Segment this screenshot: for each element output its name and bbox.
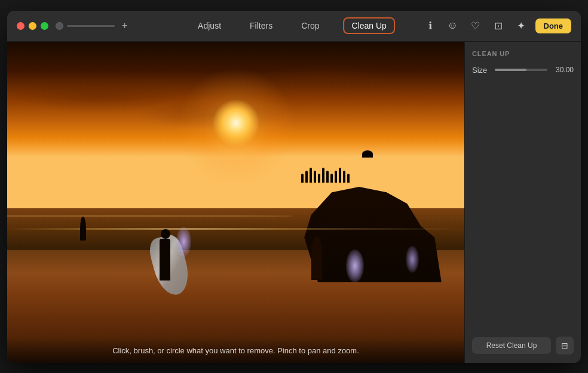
minimize-button[interactable] [29,22,36,30]
cliff-person-10 [339,168,341,183]
man-body [311,244,322,280]
panel-spacer [472,82,574,337]
wave-highlight [7,228,464,230]
sun [212,99,260,147]
cliff-person-7 [326,171,329,183]
size-control: Size 30.00 [472,66,574,75]
size-value: 30.00 [552,66,574,74]
main-content: Click, brush, or circle what you want to… [7,42,581,363]
heart-icon[interactable]: ♡ [467,17,484,34]
cliff-person-6 [322,168,324,183]
zoom-plus-button[interactable]: + [122,20,127,31]
right-panel: CLEAN UP Size 30.00 Reset Clean Up ⊟ [464,42,581,363]
instruction-bar: Click, brush, or circle what you want to… [7,338,464,363]
surfer-girl-body [160,239,170,280]
photo-area[interactable]: Click, brush, or circle what you want to… [7,42,464,363]
slider-track[interactable] [67,25,115,27]
zoom-slider-area: + [56,20,127,31]
compare-button[interactable]: ⊟ [556,337,574,354]
tab-cleanup[interactable]: Clean Up [344,17,395,34]
cliff-silhouettes [295,157,442,183]
cliff-person-2 [305,171,308,183]
maximize-button[interactable] [41,22,48,30]
beach-scene: Click, brush, or circle what you want to… [7,42,464,363]
cliff-person-9 [335,171,337,183]
reset-button[interactable]: Reset Clean Up [472,337,551,354]
tab-filters[interactable]: Filters [245,19,277,33]
cliff-person-1 [301,174,304,183]
tab-crop[interactable]: Crop [296,19,324,33]
surfer-girl-head [161,229,170,239]
ghost-glow-3 [406,246,419,273]
tab-adjust[interactable]: Adjust [193,19,226,33]
done-button[interactable]: Done [535,19,572,33]
panel-title: CLEAN UP [472,50,574,57]
size-slider-fill [495,69,526,71]
ghost-glow-1 [176,227,191,257]
man-head [313,237,321,245]
titlebar: + Adjust Filters Crop Clean Up ℹ ☺ ♡ ⊡ ✦… [7,11,581,42]
cliff-person-5 [318,174,320,183]
size-slider[interactable] [495,69,547,71]
ghost-glow-2 [346,249,364,282]
cliff-person-8 [330,174,333,183]
close-button[interactable] [17,22,24,30]
titlebar-right: ℹ ☺ ♡ ⊡ ✦ Done [422,17,572,34]
cliff-person-4 [314,171,316,183]
crop-icon[interactable]: ⊡ [490,17,507,34]
instruction-text: Click, brush, or circle what you want to… [112,346,359,355]
cliff-person-12 [347,174,350,183]
cliff-person-3 [310,168,312,183]
app-window: + Adjust Filters Crop Clean Up ℹ ☺ ♡ ⊡ ✦… [7,11,581,363]
cliff-person-11 [343,171,345,183]
compare-icon: ⊟ [561,341,568,350]
man-figure [307,232,327,292]
panel-bottom: Reset Clean Up ⊟ [472,337,574,354]
info-icon[interactable]: ℹ [422,17,439,34]
traffic-lights [17,22,48,30]
size-label: Size [472,66,490,75]
emoji-icon[interactable]: ☺ [445,17,461,34]
wand-icon[interactable]: ✦ [513,17,529,34]
slider-handle[interactable] [56,22,63,30]
nav-tabs: Adjust Filters Crop Clean Up [193,17,395,34]
